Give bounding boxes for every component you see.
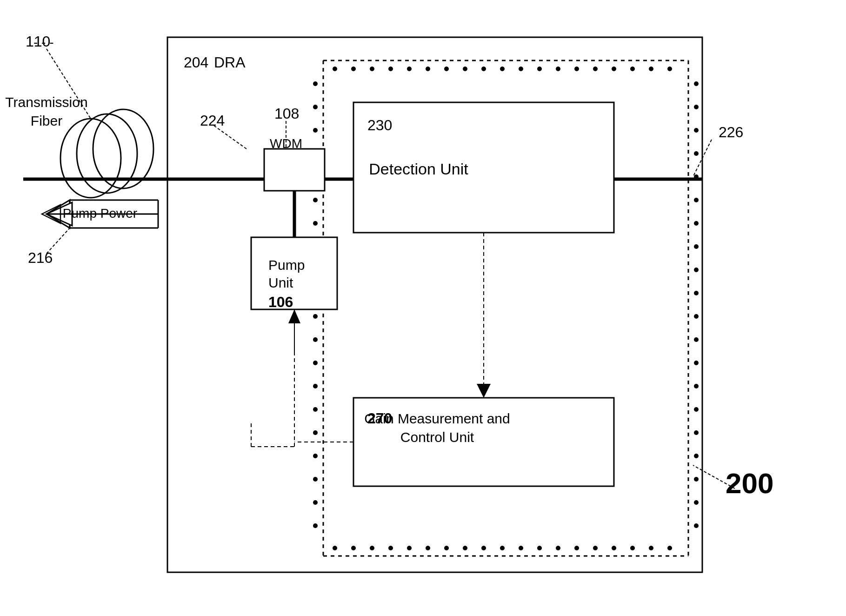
svg-point-40 [630,546,635,550]
svg-point-56 [313,384,318,388]
svg-point-11 [444,67,449,71]
svg-point-36 [556,546,560,550]
svg-point-17 [556,67,560,71]
svg-point-9 [407,67,412,71]
pump-unit-label: Pump [268,257,305,273]
svg-point-71 [694,268,699,272]
svg-point-39 [612,546,616,550]
transmission-fiber-label: Transmission [5,94,87,110]
svg-point-16 [537,67,542,71]
svg-point-22 [649,67,653,71]
svg-text:- - -: - - - [33,35,54,49]
svg-point-54 [313,337,318,342]
svg-point-14 [500,67,505,71]
transmission-fiber-label2: Fiber [31,113,62,128]
svg-point-30 [444,546,449,550]
ref-216: 216 [28,249,53,266]
ref-204: 204 [184,54,208,71]
svg-point-28 [407,546,412,550]
svg-point-75 [694,361,699,365]
ref-224: 224 [200,112,225,129]
svg-point-48 [313,198,318,202]
control-unit-label: Control Unit [400,429,474,445]
svg-point-78 [694,430,699,435]
svg-rect-97 [251,237,337,309]
svg-point-44 [313,105,318,109]
svg-point-15 [519,67,523,71]
svg-point-77 [694,407,699,412]
svg-point-80 [694,477,699,482]
svg-point-35 [537,546,542,550]
svg-point-21 [630,67,635,71]
svg-point-24 [333,546,337,550]
svg-point-31 [463,546,467,550]
svg-point-12 [463,67,467,71]
pump-power-label: Pump Power [63,206,137,221]
svg-point-10 [426,67,430,71]
svg-point-32 [481,546,486,550]
svg-point-69 [694,221,699,226]
svg-point-72 [694,291,699,295]
svg-point-64 [694,105,699,109]
svg-point-34 [519,546,523,550]
svg-point-55 [313,361,318,365]
svg-point-59 [313,454,318,458]
svg-point-85 [77,114,137,193]
svg-point-18 [574,67,579,71]
svg-rect-95 [264,149,325,191]
pump-unit-label2: Unit [268,275,293,290]
svg-point-49 [313,221,318,226]
svg-point-81 [694,500,699,505]
svg-point-19 [593,67,598,71]
svg-point-82 [694,523,699,528]
wdm-label: WDM [270,136,302,151]
gain-measurement-label: Gain Measurement and [364,411,510,426]
svg-marker-105 [477,384,491,398]
svg-point-79 [694,454,699,458]
svg-point-7 [370,67,374,71]
svg-point-43 [313,81,318,86]
svg-point-61 [313,500,318,505]
svg-point-70 [694,244,699,249]
svg-point-13 [481,67,486,71]
svg-point-37 [574,546,579,550]
svg-point-5 [333,67,337,71]
svg-point-86 [93,109,153,188]
svg-point-33 [500,546,505,550]
svg-point-26 [370,546,374,550]
svg-point-6 [351,67,356,71]
svg-point-76 [694,384,699,388]
svg-point-25 [351,546,356,550]
svg-point-74 [694,337,699,342]
ref-108: 108 [274,105,299,122]
svg-point-8 [388,67,393,71]
svg-point-27 [388,546,393,550]
svg-point-45 [313,128,318,133]
svg-point-29 [426,546,430,550]
svg-point-57 [313,407,318,412]
ref-200: 200 [726,467,773,499]
detection-unit-label: Detection Unit [369,160,468,178]
svg-point-41 [649,546,653,550]
svg-point-66 [694,151,699,156]
svg-point-68 [694,198,699,202]
dra-label: DRA [214,54,246,71]
svg-point-23 [667,67,672,71]
svg-point-38 [593,546,598,550]
svg-point-63 [694,81,699,86]
ref-106: 106 [268,294,293,310]
svg-point-73 [694,314,699,319]
svg-line-110 [214,126,246,149]
svg-point-65 [694,128,699,133]
svg-point-62 [313,523,318,528]
svg-point-53 [313,314,318,319]
svg-point-42 [667,546,672,550]
ref-230: 230 [367,117,392,134]
svg-point-58 [313,430,318,435]
svg-point-60 [313,477,318,482]
svg-point-20 [612,67,616,71]
diagram-container: 110 - - - Transmission Fiber Pump Power … [0,0,846,616]
ref-226: 226 [719,124,743,141]
